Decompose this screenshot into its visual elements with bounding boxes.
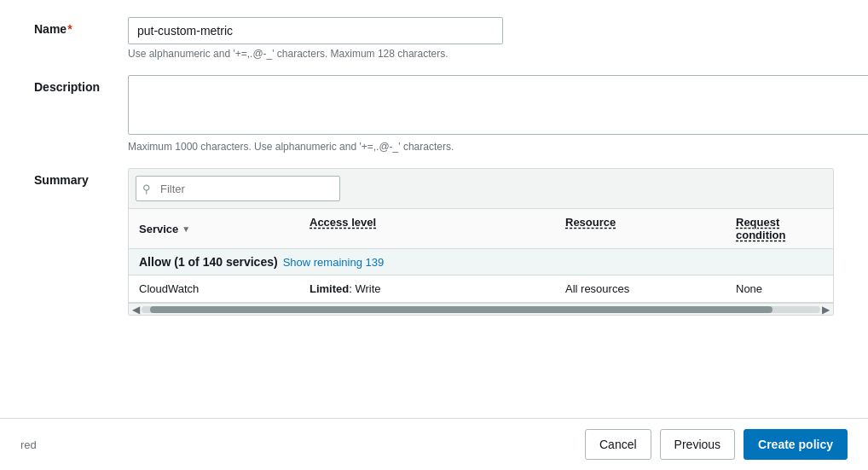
summary-table: ⚲ Service ▼ Access level Resource Reques… — [128, 168, 834, 316]
footer-bar: red Cancel Previous Create policy — [0, 418, 868, 470]
access-level-rest: : Write — [349, 282, 380, 295]
cancel-button[interactable]: Cancel — [585, 429, 651, 460]
service-cell: CloudWatch — [129, 276, 299, 302]
cloudwatch-link[interactable]: CloudWatch — [139, 282, 199, 295]
scroll-left-icon[interactable]: ◀ — [130, 304, 142, 316]
allow-row: Allow (1 of 140 services) Show remaining… — [129, 249, 833, 276]
request-condition-column-header: Request condition — [726, 209, 833, 248]
scrollbar-thumb[interactable] — [150, 306, 773, 313]
filter-bar: ⚲ — [129, 169, 833, 209]
name-input[interactable] — [128, 17, 503, 44]
create-policy-button[interactable]: Create policy — [744, 429, 848, 460]
allow-count-text: Allow (1 of 140 services) — [139, 255, 278, 269]
scrollbar-track[interactable] — [142, 306, 820, 313]
previous-button[interactable]: Previous — [660, 429, 735, 460]
name-label: Name — [34, 17, 128, 36]
footer-status-text: red — [20, 438, 37, 451]
description-label: Description — [34, 75, 128, 94]
table-row: CloudWatch Limited: Write All resources … — [129, 276, 833, 303]
name-hint: Use alphanumeric and '+=,.@-_' character… — [128, 48, 834, 60]
scroll-right-icon[interactable]: ▶ — [820, 304, 831, 316]
table-header: Service ▼ Access level Resource Request … — [129, 209, 833, 249]
sort-icon: ▼ — [182, 224, 190, 234]
access-level-column-header: Access level — [299, 209, 555, 248]
description-input[interactable] — [128, 75, 868, 135]
show-remaining-link[interactable]: Show remaining 139 — [283, 256, 385, 269]
footer-actions: Cancel Previous Create policy — [585, 429, 848, 460]
horizontal-scrollbar[interactable]: ◀ ▶ — [129, 303, 833, 315]
summary-label: Summary — [34, 168, 128, 187]
resource-column-header: Resource — [555, 209, 726, 248]
resource-cell: All resources — [555, 276, 726, 302]
access-level-cell: Limited: Write — [299, 276, 555, 302]
filter-input[interactable] — [136, 176, 340, 201]
request-condition-cell: None — [726, 276, 833, 302]
description-hint: Maximum 1000 characters. Use alphanumeri… — [128, 141, 868, 153]
search-icon: ⚲ — [142, 183, 151, 195]
access-level-bold: Limited — [310, 282, 349, 295]
service-column-header[interactable]: Service ▼ — [129, 209, 299, 248]
